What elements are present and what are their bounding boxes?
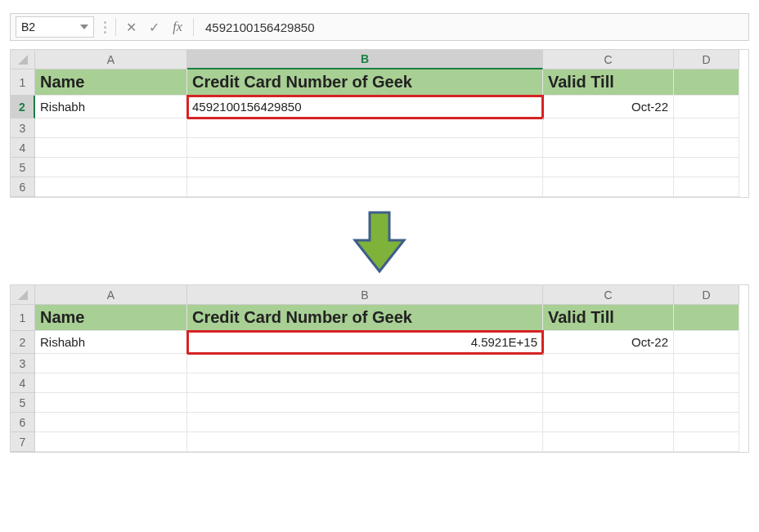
- cell[interactable]: [674, 413, 739, 432]
- select-all-corner[interactable]: [11, 50, 35, 69]
- cell[interactable]: [35, 432, 187, 452]
- header-card[interactable]: Credit Card Number of Geek: [187, 305, 543, 331]
- accept-icon[interactable]: ✓: [146, 20, 162, 35]
- table-row: 4: [11, 138, 748, 158]
- cell[interactable]: [187, 158, 543, 177]
- table-row: 6: [11, 413, 748, 432]
- row-header-6[interactable]: 6: [11, 413, 35, 432]
- cell[interactable]: [543, 432, 674, 452]
- table-row: 4: [11, 373, 748, 393]
- row-header-4[interactable]: 4: [11, 138, 35, 158]
- cell[interactable]: [187, 413, 543, 432]
- cell[interactable]: [674, 158, 739, 177]
- cell-d2[interactable]: [674, 331, 739, 354]
- fx-icon[interactable]: fx: [168, 20, 186, 34]
- select-all-corner[interactable]: [11, 285, 35, 305]
- cell[interactable]: [543, 177, 674, 197]
- cancel-icon[interactable]: ✕: [123, 20, 139, 35]
- header-name[interactable]: Name: [35, 305, 187, 331]
- cell[interactable]: [674, 373, 739, 393]
- column-header-a[interactable]: A: [35, 285, 187, 305]
- cell[interactable]: [674, 354, 739, 373]
- select-all-icon: [18, 290, 28, 300]
- cell[interactable]: [543, 373, 674, 393]
- spreadsheet-before: A B C D 1 Name Credit Card Number of Gee…: [10, 49, 749, 198]
- table-row: 5: [11, 158, 748, 177]
- chevron-down-icon[interactable]: [80, 25, 88, 29]
- cell-d1[interactable]: [674, 69, 739, 96]
- cell[interactable]: [187, 432, 543, 452]
- cell[interactable]: [543, 118, 674, 138]
- name-box-value: B2: [21, 20, 35, 34]
- column-header-b[interactable]: B: [187, 285, 543, 305]
- cell[interactable]: [543, 158, 674, 177]
- svg-marker-1: [355, 212, 404, 271]
- cell-valid[interactable]: Oct-22: [543, 331, 674, 354]
- cell[interactable]: [35, 393, 187, 413]
- cell[interactable]: [35, 118, 187, 138]
- spreadsheet-after: A B C D 1 Name Credit Card Number of Gee…: [10, 284, 749, 453]
- row-header-6[interactable]: 6: [11, 177, 35, 197]
- cell[interactable]: [35, 413, 187, 432]
- formula-input[interactable]: 4592100156429850: [200, 20, 743, 34]
- cell[interactable]: [543, 393, 674, 413]
- cell[interactable]: [674, 177, 739, 197]
- cell[interactable]: [187, 118, 543, 138]
- cell[interactable]: [543, 138, 674, 158]
- cell[interactable]: [674, 118, 739, 138]
- row-header-3[interactable]: 3: [11, 354, 35, 373]
- cell[interactable]: [543, 354, 674, 373]
- cell[interactable]: [674, 432, 739, 452]
- cell[interactable]: [187, 354, 543, 373]
- column-header-d[interactable]: D: [674, 285, 739, 305]
- cell-name[interactable]: Rishabh: [35, 331, 187, 354]
- cell[interactable]: [187, 138, 543, 158]
- name-box[interactable]: B2: [16, 16, 94, 38]
- column-header-row: A B C D: [11, 285, 748, 305]
- cell[interactable]: [35, 373, 187, 393]
- row-header-7[interactable]: 7: [11, 432, 35, 452]
- cell[interactable]: [187, 177, 543, 197]
- cell[interactable]: [543, 413, 674, 432]
- column-header-c[interactable]: C: [543, 285, 674, 305]
- column-header-a[interactable]: A: [35, 50, 187, 69]
- header-card[interactable]: Credit Card Number of Geek: [187, 69, 543, 96]
- row-header-2[interactable]: 2: [11, 96, 35, 118]
- cell[interactable]: [674, 393, 739, 413]
- column-header-d[interactable]: D: [674, 50, 739, 69]
- column-header-b[interactable]: B: [187, 50, 543, 69]
- row-header-5[interactable]: 5: [11, 393, 35, 413]
- table-row: 2 Rishabh 4.5921E+15 Oct-22: [11, 331, 748, 354]
- table-row: 6: [11, 177, 748, 197]
- row-header-2[interactable]: 2: [11, 331, 35, 354]
- cell-valid[interactable]: Oct-22: [543, 96, 674, 118]
- header-name[interactable]: Name: [35, 69, 187, 96]
- cell[interactable]: [35, 158, 187, 177]
- select-all-icon: [18, 55, 28, 65]
- row-header-1[interactable]: 1: [11, 305, 35, 331]
- cell-d2[interactable]: [674, 96, 739, 118]
- row-header-1[interactable]: 1: [11, 69, 35, 96]
- cell-d1[interactable]: [674, 305, 739, 331]
- cell[interactable]: [35, 177, 187, 197]
- cell[interactable]: [674, 138, 739, 158]
- cell-card-highlight[interactable]: 4.5921E+15: [187, 331, 543, 354]
- cell[interactable]: [187, 393, 543, 413]
- cell-card-highlight[interactable]: 4592100156429850: [187, 96, 543, 118]
- cell[interactable]: [35, 354, 187, 373]
- drag-handle-icon: [101, 16, 109, 38]
- row-header-3[interactable]: 3: [11, 118, 35, 138]
- cell[interactable]: [187, 373, 543, 393]
- column-header-c[interactable]: C: [543, 50, 674, 69]
- table-header-row: 1 Name Credit Card Number of Geek Valid …: [11, 305, 748, 331]
- header-valid[interactable]: Valid Till: [543, 305, 674, 331]
- table-row: 3: [11, 118, 748, 138]
- row-header-4[interactable]: 4: [11, 373, 35, 393]
- table-row: 5: [11, 393, 748, 413]
- table-row: 7: [11, 432, 748, 452]
- arrow-down-icon: [10, 208, 749, 276]
- cell-name[interactable]: Rishabh: [35, 96, 187, 118]
- header-valid[interactable]: Valid Till: [543, 69, 674, 96]
- row-header-5[interactable]: 5: [11, 158, 35, 177]
- cell[interactable]: [35, 138, 187, 158]
